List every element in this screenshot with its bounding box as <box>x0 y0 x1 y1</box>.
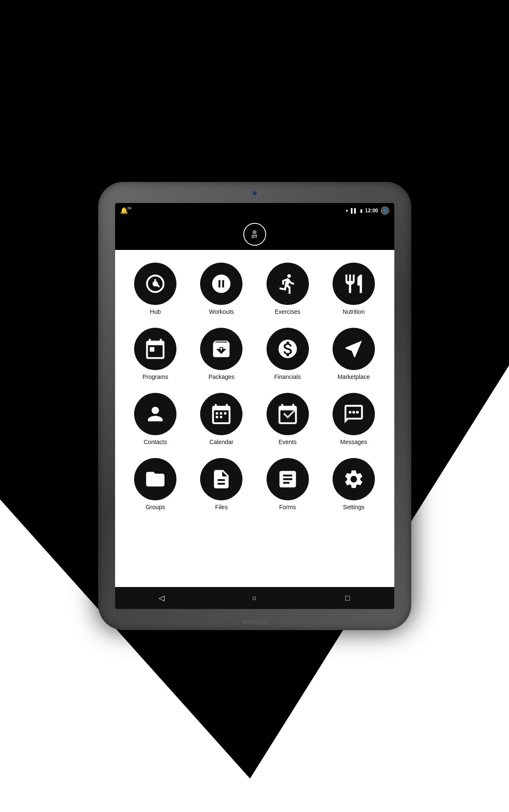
groups-label: Groups <box>146 504 165 510</box>
battery-icon: ▮ <box>360 208 363 214</box>
status-left: 🔔34 <box>120 207 128 214</box>
user-avatar[interactable]: 👤 <box>381 206 389 215</box>
packages-label: Packages <box>209 373 234 380</box>
nutrition-label: Nutrition <box>343 308 365 315</box>
tablet-device: 🔔34 ▾ ▌▌ ▮ 12:00 👤 ⊕ OT Hub <box>98 182 411 630</box>
svg-point-8 <box>356 411 359 414</box>
files-icon-circle <box>200 458 242 500</box>
programs-label: Programs <box>143 373 168 380</box>
notification-badge: 34 <box>127 206 131 210</box>
svg-point-6 <box>349 411 352 414</box>
nav-forms[interactable]: Forms <box>256 454 319 515</box>
nav-programs[interactable]: Programs <box>124 324 187 384</box>
contacts-icon-circle <box>134 393 176 435</box>
nav-packages[interactable]: Packages <box>190 324 253 384</box>
nutrition-icon-circle <box>333 263 375 305</box>
workouts-label: Workouts <box>209 308 234 315</box>
marketplace-label: Marketplace <box>338 373 370 380</box>
packages-icon-circle <box>200 328 242 370</box>
workouts-icon-circle <box>200 263 242 305</box>
nav-files[interactable]: Files <box>190 454 253 515</box>
nav-financials[interactable]: Financials <box>256 324 319 384</box>
home-indicator <box>242 620 267 624</box>
screen: 🔔34 ▾ ▌▌ ▮ 12:00 👤 ⊕ OT Hub <box>115 203 394 609</box>
financials-label: Financials <box>274 373 301 380</box>
status-right: ▾ ▌▌ ▮ 12:00 👤 <box>346 206 389 215</box>
recent-icon: □ <box>345 594 350 603</box>
camera <box>253 191 257 195</box>
calendar-icon-circle <box>200 393 242 435</box>
main-content: Hub Workouts Exercises Nutrition <box>115 250 394 587</box>
status-bar: 🔔34 ▾ ▌▌ ▮ 12:00 👤 <box>115 203 394 218</box>
logo-text: OT <box>252 235 258 239</box>
nav-marketplace[interactable]: Marketplace <box>322 324 385 384</box>
exercises-label: Exercises <box>275 308 300 315</box>
recent-button[interactable]: □ <box>340 590 355 606</box>
svg-rect-3 <box>224 412 226 414</box>
messages-label: Messages <box>340 439 367 445</box>
nav-exercises[interactable]: Exercises <box>256 258 319 319</box>
nav-nutrition[interactable]: Nutrition <box>322 258 385 319</box>
exercises-icon-circle <box>267 263 309 305</box>
nav-events[interactable]: Events <box>256 389 319 450</box>
back-button[interactable]: ◁ <box>154 590 169 606</box>
forms-icon-circle <box>267 458 309 500</box>
contacts-label: Contacts <box>144 439 167 445</box>
nav-messages[interactable]: Messages <box>322 389 385 450</box>
bottom-navigation: ◁ ○ □ <box>115 587 394 609</box>
financials-icon-circle <box>267 328 309 370</box>
svg-rect-4 <box>216 416 218 418</box>
hub-label: Hub <box>150 308 161 315</box>
marketplace-icon-circle <box>333 328 375 370</box>
app-logo: ⊕ OT <box>243 223 266 246</box>
nav-calendar[interactable]: Calendar <box>190 389 253 450</box>
settings-label: Settings <box>343 504 365 510</box>
home-button[interactable]: ○ <box>247 590 262 606</box>
nav-hub[interactable]: Hub <box>124 258 187 319</box>
nav-workouts[interactable]: Workouts <box>190 258 253 319</box>
signal-bars: ▌▌ <box>351 208 358 213</box>
nav-groups[interactable]: Groups <box>124 454 187 515</box>
home-icon: ○ <box>252 594 257 603</box>
svg-point-7 <box>352 411 355 414</box>
messages-icon-circle <box>333 393 375 435</box>
groups-icon-circle <box>134 458 176 500</box>
hub-icon-circle <box>134 263 176 305</box>
programs-icon-circle <box>134 328 176 370</box>
svg-rect-5 <box>220 416 222 418</box>
events-icon-circle <box>267 393 309 435</box>
back-icon: ◁ <box>159 593 165 603</box>
wifi-icon: ▾ <box>346 208 348 214</box>
events-label: Events <box>278 439 297 445</box>
nav-settings[interactable]: Settings <box>322 454 385 515</box>
clock: 12:00 <box>365 208 378 214</box>
forms-label: Forms <box>279 504 296 510</box>
app-icon-grid: Hub Workouts Exercises Nutrition <box>119 258 390 515</box>
svg-rect-2 <box>220 412 222 414</box>
nav-contacts[interactable]: Contacts <box>124 389 187 450</box>
calendar-label: Calendar <box>209 439 234 445</box>
svg-rect-1 <box>216 412 218 414</box>
app-header: ⊕ OT <box>115 218 394 250</box>
files-label: Files <box>215 504 228 510</box>
settings-icon-circle <box>333 458 375 500</box>
notification-icon: 🔔34 <box>120 207 128 214</box>
